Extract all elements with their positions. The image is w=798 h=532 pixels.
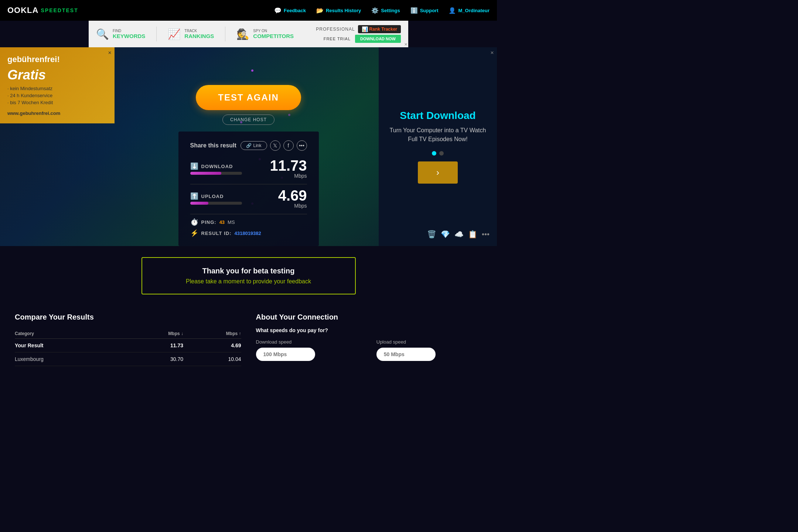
save-icon-2[interactable]: 💎 bbox=[441, 230, 450, 239]
track-label: TRACK bbox=[184, 29, 214, 33]
settings-icon: ⚙️ bbox=[371, 7, 379, 14]
beta-title: Thank you for beta testing bbox=[157, 267, 340, 275]
beta-section: Thank you for beta testing Please take a… bbox=[0, 246, 497, 306]
results-history-icon: 📂 bbox=[316, 7, 324, 14]
ad-right-description: Turn Your Computer into a TV Watch Full … bbox=[386, 126, 490, 144]
logo-area: OOKLA SPEEDTEST bbox=[7, 6, 78, 15]
main-area: ▲ Datacenter Luxembourg SA Bettembourg I… bbox=[0, 47, 497, 246]
download-metric: ⬇️ DOWNLOAD 11.73 Mbps bbox=[190, 158, 307, 179]
nav-feedback-label: Feedback bbox=[284, 8, 306, 13]
nav-user[interactable]: 👤 M_Ordinateur bbox=[449, 7, 490, 14]
about-question: What speeds do you pay for? bbox=[256, 327, 482, 333]
download-value-area: 11.73 Mbps bbox=[270, 158, 307, 179]
download-icon: ⬇️ bbox=[190, 162, 198, 170]
rank-tracker-icon: 📊 bbox=[362, 26, 368, 32]
share-header: Share this result 🔗 Link 𝕏 f ••• bbox=[190, 140, 307, 151]
share-twitter-button[interactable]: 𝕏 bbox=[270, 140, 280, 151]
change-host-button[interactable]: CHANGE HOST bbox=[222, 115, 274, 125]
map-point bbox=[288, 114, 290, 116]
ad-bullet-2: · 24 h Kundenservice bbox=[7, 93, 107, 98]
save-icon-5[interactable]: ••• bbox=[482, 230, 490, 239]
upload-icon: ⬆️ bbox=[190, 192, 198, 200]
metric-divider bbox=[190, 184, 307, 184]
upload-metric: ⬆️ UPLOAD 4.69 Mbps bbox=[190, 188, 307, 209]
download-now-button[interactable]: DOWNLOAD NOW bbox=[355, 35, 401, 43]
beta-box: Thank you for beta testing Please take a… bbox=[141, 257, 356, 294]
nav-results-history[interactable]: 📂 Results History bbox=[316, 7, 361, 14]
nav-results-history-label: Results History bbox=[326, 8, 361, 13]
nav-settings[interactable]: ⚙️ Settings bbox=[371, 7, 400, 14]
metric-divider-2 bbox=[190, 214, 307, 214]
track-name: RANKINGS bbox=[184, 33, 214, 39]
save-icon-1[interactable]: 🗑️ bbox=[427, 230, 436, 239]
ad-carousel-dots bbox=[432, 151, 444, 156]
twitter-icon: 𝕏 bbox=[273, 143, 277, 149]
about-cols: Download speed Upload speed bbox=[256, 339, 482, 361]
ad-right-close-icon[interactable]: ✕ bbox=[490, 50, 494, 55]
download-unit: Mbps bbox=[270, 173, 307, 179]
nav-feedback[interactable]: 💬 Feedback bbox=[274, 7, 306, 14]
results-panel: Share this result 🔗 Link 𝕏 f ••• bbox=[178, 132, 319, 246]
col-category: Category bbox=[15, 329, 125, 339]
ad-arrow-button[interactable]: › bbox=[418, 161, 458, 184]
free-trial-label: FREE TRIAL bbox=[324, 37, 351, 41]
result-id-icon: ⚡ bbox=[190, 229, 198, 237]
logo-speedtest: SPEEDTEST bbox=[41, 7, 78, 13]
spy-name: COMPETITORS bbox=[253, 33, 294, 39]
download-value: 11.73 bbox=[270, 158, 307, 173]
result-id-value[interactable]: 4318019382 bbox=[234, 231, 261, 236]
col-up: Mbps ↑ bbox=[183, 329, 241, 339]
row-up: 10.04 bbox=[183, 352, 241, 366]
carousel-dot-2[interactable] bbox=[439, 151, 444, 156]
more-icon: ••• bbox=[299, 143, 304, 149]
row-down: 30.70 bbox=[125, 352, 183, 366]
ping-label: PING: bbox=[201, 219, 216, 225]
ping-row: ⏱️ PING: 43 MS bbox=[190, 218, 307, 226]
table-row: Your Result 11.73 4.69 bbox=[15, 339, 241, 352]
download-speed-input[interactable] bbox=[256, 348, 315, 361]
upload-left: ⬆️ UPLOAD bbox=[190, 192, 242, 205]
nav-settings-label: Settings bbox=[381, 8, 400, 13]
download-left: ⬇️ DOWNLOAD bbox=[190, 162, 242, 175]
upload-unit: Mbps bbox=[278, 203, 307, 209]
ad-right-panel: ✕ Start Download Turn Your Computer into… bbox=[379, 47, 497, 246]
ad-close-icon[interactable]: ✕ bbox=[404, 42, 407, 47]
about-download-label: Download speed bbox=[256, 339, 362, 345]
test-again-button[interactable]: TEST AGAIN bbox=[196, 85, 301, 110]
ad-feature-find: 🔍 FIND KEYWORDS bbox=[96, 28, 145, 40]
upload-speed-input[interactable] bbox=[376, 348, 436, 361]
save-icon-3[interactable]: ☁️ bbox=[454, 230, 464, 239]
ad-left-panel: ✕ gebührenfrei! Gratis · kein Mindestums… bbox=[0, 47, 115, 123]
nav-support[interactable]: ℹ️ Support bbox=[410, 7, 439, 14]
link-icon: 🔗 bbox=[246, 143, 252, 148]
ad-left-url: www.gebuhrenfrei.com bbox=[7, 110, 107, 116]
carousel-dot-1[interactable] bbox=[432, 151, 436, 156]
ad-left-close-icon[interactable]: ✕ bbox=[108, 50, 112, 55]
ad-bullet-1: · kein Mindestumsatz bbox=[7, 86, 107, 91]
share-facebook-button[interactable]: f bbox=[283, 140, 294, 151]
ad-professional: PROFESSIONAL 📊 Rank Tracker bbox=[316, 25, 401, 33]
support-icon: ℹ️ bbox=[410, 7, 418, 14]
table-row: Luxembourg 30.70 10.04 bbox=[15, 352, 241, 366]
about-upload-label: Upload speed bbox=[376, 339, 482, 345]
download-label: DOWNLOAD bbox=[201, 164, 233, 169]
upload-bar bbox=[190, 202, 242, 205]
save-icons: 🗑️ 💎 ☁️ 📋 ••• bbox=[427, 230, 490, 239]
facebook-icon: f bbox=[288, 143, 289, 149]
ad-left-headline: gebührenfrei! bbox=[7, 55, 107, 64]
ad-features: 🔍 FIND KEYWORDS 📈 TRACK RANKINGS 🕵️ SPY … bbox=[96, 27, 294, 41]
upload-value: 4.69 bbox=[278, 188, 307, 203]
beta-feedback-link[interactable]: Please take a moment to provide your fee… bbox=[157, 278, 340, 285]
share-more-button[interactable]: ••• bbox=[297, 140, 307, 151]
download-bar bbox=[190, 172, 242, 175]
nav-user-label: M_Ordinateur bbox=[458, 8, 490, 13]
share-link-button[interactable]: 🔗 Link bbox=[241, 141, 267, 150]
track-icon: 📈 bbox=[168, 28, 181, 40]
ad-bullet-3: · bis 7 Wochen Kredit bbox=[7, 100, 107, 105]
save-icon-4[interactable]: 📋 bbox=[468, 230, 477, 239]
row-category: Your Result bbox=[15, 339, 125, 352]
ad-feature-track: 📈 TRACK RANKINGS bbox=[168, 28, 214, 40]
result-id-label: RESULT ID: bbox=[201, 231, 232, 236]
compare-section: Compare Your Results Category Mbps ↓ Mbp… bbox=[0, 306, 497, 381]
row-category: Luxembourg bbox=[15, 352, 125, 366]
